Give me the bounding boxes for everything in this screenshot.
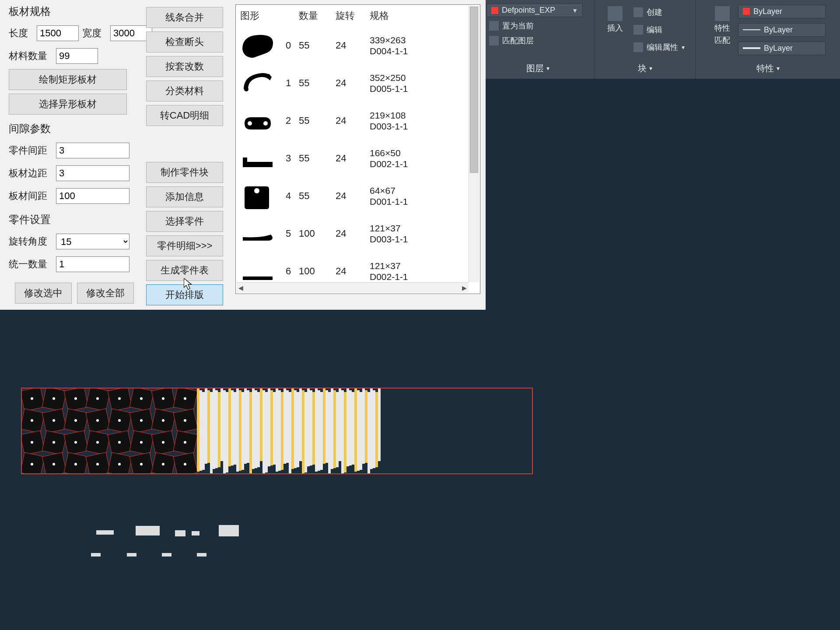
modify-selected-button[interactable]: 修改选中 [15,283,72,304]
row-index: 0 [286,40,299,51]
color-bylayer-dropdown[interactable]: ByLayer [738,5,826,18]
select-irregular-sheet-button[interactable]: 选择异形板材 [9,94,127,115]
row-rot: 24 [336,115,370,126]
linetype-bylayer-dropdown[interactable]: ByLayer [738,23,826,37]
length-label: 长度 [9,27,33,40]
row-index: 6 [286,266,299,277]
part-shape-icon [240,69,275,97]
merge-lines-button[interactable]: 线条合并 [146,7,223,28]
width-label: 宽度 [82,27,107,40]
material-qty-input[interactable] [56,48,98,64]
scroll-left-icon[interactable]: ◀ [238,284,243,291]
sheet-margin-input[interactable] [56,165,130,181]
part-shape-icon [240,144,275,172]
table-row[interactable]: 4552464×67D001-1-1 [236,177,480,215]
draw-rect-sheet-button[interactable]: 绘制矩形板材 [9,69,127,90]
part-gap-input[interactable] [56,143,130,158]
add-info-button[interactable]: 添加信息 [146,186,223,207]
classify-mat-button[interactable]: 分类材料 [146,80,223,102]
layer-dropdown[interactable]: Defpoints_EXP ▼ [486,4,583,17]
layer-current-icon [489,21,499,31]
parts-table-body[interactable]: 05524339×263D004-1-115524352×250D005-1-1… [236,27,480,294]
table-row[interactable]: 35524166×50D002-1-1 [236,140,480,177]
sheet-margin-label: 板材边距 [9,167,52,180]
row-index: 5 [286,228,299,239]
row-spec: 64×67D001-1-1 [370,185,469,207]
header-spec: 规格 [370,9,469,22]
parts-table-header: 图形 数量 旋转 规格 [236,5,480,27]
edit-block-button[interactable]: 编辑 [631,24,687,36]
row-spec: 339×263D004-1-1 [370,35,469,56]
layer-color-swatch [491,7,498,14]
row-qty: 100 [299,266,336,277]
match-layer-label: 匹配图层 [502,35,534,46]
sheet-spec-title: 板材规格 [9,4,140,18]
to-cad-detail-button[interactable]: 转CAD明细 [146,105,223,126]
cad-drawing-area[interactable] [0,310,840,630]
uniform-qty-input[interactable] [56,256,130,272]
edit-attr-button[interactable]: 编辑属性 ▾ [631,41,687,53]
table-row[interactable]: 05524339×263D004-1-1 [236,27,480,64]
ribbon-prop-panel: 特性 匹配 ByLayer ByLayer ByLayer 特性▾ [696,0,840,79]
material-qty-label: 材料数量 [9,49,52,63]
chevron-down-icon: ▼ [572,7,578,14]
part-detail-button[interactable]: 零件明细>>> [146,235,223,256]
edit-attr-icon [634,42,643,52]
row-qty: 55 [299,77,336,89]
create-block-button[interactable]: 创建 [631,6,687,18]
ribbon-block-footer[interactable]: 块▾ [638,60,652,76]
svg-rect-4 [243,162,273,167]
table-row[interactable]: 15524352×250D005-1-1 [236,64,480,102]
row-rot: 24 [336,228,370,239]
make-block-button[interactable]: 制作零件块 [146,162,223,183]
nested-sheet-outline [21,388,533,474]
ribbon-layer-footer[interactable]: 图层▾ [526,60,550,76]
ribbon-prop-footer[interactable]: 特性▾ [756,60,780,76]
dialog-left-column: 板材规格 长度 宽度 材料数量 绘制矩形板材 选择异形板材 间隙参数 零件间距 … [9,4,140,305]
row-rot: 24 [336,77,370,89]
change-qty-button[interactable]: 按套改数 [146,56,223,77]
length-input[interactable] [37,25,79,41]
part-shape-icon [240,107,275,135]
svg-rect-5 [243,158,247,163]
color-swatch-icon [743,8,750,15]
scroll-right-icon[interactable]: ▶ [462,284,467,291]
ribbon-block-panel: 插入 创建 编辑 编辑属性 ▾ 块▾ [595,0,696,79]
start-nesting-button[interactable]: 开始排版 [146,284,223,305]
row-index: 2 [286,115,299,126]
linetype-icon [743,29,760,30]
set-current-layer-button[interactable]: 置为当前 [486,20,536,32]
svg-point-1 [266,74,270,78]
modify-all-button[interactable]: 修改全部 [77,283,134,304]
table-vertical-scrollbar[interactable] [469,6,479,282]
insert-block-button[interactable]: 插入 [603,4,627,36]
layer-match-icon [489,36,499,46]
sheet-gap-input[interactable] [56,188,130,204]
scrollbar-thumb[interactable] [470,7,478,173]
match-layer-button[interactable]: 匹配图层 [486,35,536,47]
lineweight-bylayer-dropdown[interactable]: ByLayer [738,42,826,55]
row-qty: 55 [299,190,336,202]
check-break-button[interactable]: 检查断头 [146,32,223,52]
rotation-angle-label: 旋转角度 [9,235,52,248]
part-gap-label: 零件间距 [9,144,52,157]
select-part-button[interactable]: 选择零件 [146,211,223,232]
header-shape: 图形 [240,9,286,22]
row-rot: 24 [336,190,370,202]
nesting-dialog: 板材规格 长度 宽度 材料数量 绘制矩形板材 选择异形板材 间隙参数 零件间距 … [0,0,486,310]
lineweight-icon [743,47,760,49]
svg-point-0 [244,87,248,91]
row-index: 4 [286,190,299,202]
row-spec: 121×37D002-1-1 [370,260,469,282]
table-row[interactable]: 510024121×37D003-1-1 [236,215,480,252]
table-row[interactable]: 25524219×108D003-1-1 [236,102,480,140]
set-current-label: 置为当前 [502,21,534,31]
table-horizontal-scrollbar[interactable]: ◀ ▶ [237,282,469,293]
ribbon-layer-panel: Defpoints_EXP ▼ 置为当前 匹配图层 图层▾ [481,0,595,79]
header-qty: 数量 [299,9,336,22]
generate-table-button[interactable]: 生成零件表 [146,260,223,281]
properties-button[interactable]: 特性 匹配 [710,4,735,48]
gap-params-title: 间隙参数 [9,122,140,136]
uniform-qty-label: 统一数量 [9,258,52,271]
rotation-angle-select[interactable]: 15 [56,234,130,249]
